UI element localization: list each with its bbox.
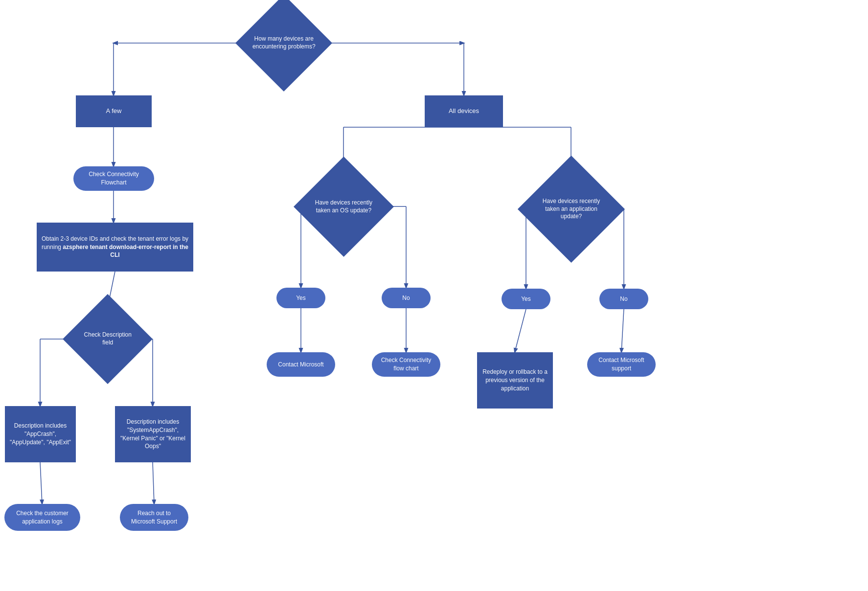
check-connectivity-label: Check Connectivity Flowchart [80,170,147,187]
contact-ms-support-label: Contact Microsoft support [594,356,649,373]
os-update-label: Have devices recently taken an OS update… [308,197,379,216]
svg-line-28 [621,309,624,352]
check-conn-flow-label: Check Connectivity flow chart [379,356,434,373]
app-update-diamond: Have devices recently taken an applicati… [518,156,625,263]
few-rect: A few [76,95,152,127]
os-yes-label: Yes [296,294,306,302]
start-diamond-label: How many devices are encountering proble… [250,33,318,52]
app-update-label: Have devices recently taken an applicati… [533,196,609,223]
redeploy: Redeploy or rollback to a previous versi… [477,352,553,409]
app-yes: Yes [502,289,550,309]
check-desc-diamond: Check Description field [63,294,153,384]
check-desc-label: Check Description field [76,329,139,348]
check-connectivity: Check Connectivity Flowchart [73,166,154,191]
check-cust-logs-label: Check the customer application logs [11,509,73,526]
desc-appcrash: Description includes "AppCrash", "AppUpd… [5,406,76,462]
app-no: No [599,289,648,309]
check-conn-flow: Check Connectivity flow chart [372,352,440,377]
check-cust-logs: Check the customer application logs [4,504,80,531]
reach-ms-support: Reach out to Microsoft Support [120,504,188,531]
contact-ms-label: Contact Microsoft [278,361,323,369]
redeploy-label: Redeploy or rollback to a previous versi… [481,368,549,392]
svg-line-11 [40,462,42,504]
os-no: No [382,288,431,308]
desc-systemapp-label: Description includes "SystemAppCrash", "… [119,418,187,451]
obtain-ids-label: Obtain 2-3 device IDs and check the tena… [41,235,189,259]
few-label: A few [106,107,122,115]
all-rect: All devices [425,95,503,127]
contact-ms: Contact Microsoft [267,352,335,377]
svg-line-12 [153,462,154,504]
desc-systemapp: Description includes "SystemAppCrash", "… [115,406,191,462]
reach-ms-support-label: Reach out to Microsoft Support [127,509,182,526]
start-diamond: How many devices are encountering proble… [235,0,332,91]
os-yes: Yes [276,288,325,308]
svg-line-27 [515,309,526,352]
all-label: All devices [449,107,479,115]
contact-ms-support: Contact Microsoft support [587,352,656,377]
os-no-label: No [402,294,410,302]
desc-appcrash-label: Description includes "AppCrash", "AppUpd… [9,422,72,446]
os-update-diamond: Have devices recently taken an OS update… [294,157,394,257]
obtain-ids: Obtain 2-3 device IDs and check the tena… [37,223,193,272]
flowchart: How many devices are encountering proble… [0,0,868,591]
app-no-label: No [620,295,627,303]
app-yes-label: Yes [521,295,531,303]
